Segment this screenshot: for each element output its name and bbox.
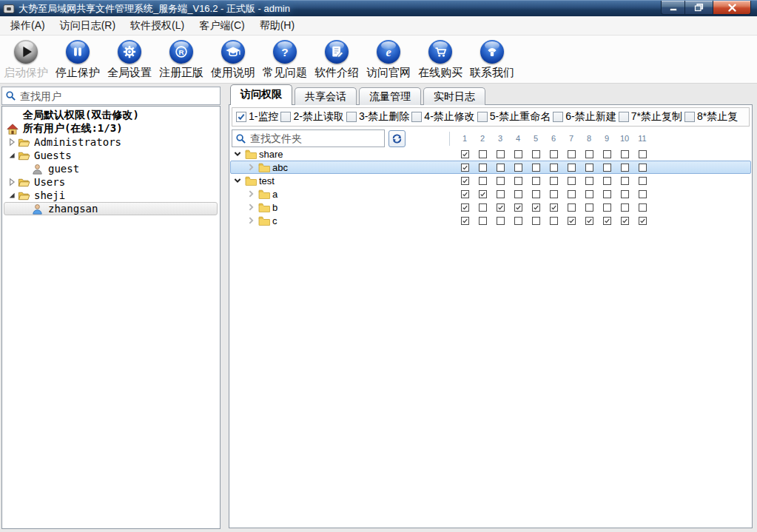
grid-checkbox[interactable] xyxy=(568,177,576,185)
grid-checkbox[interactable] xyxy=(639,177,647,185)
expander-expanded-icon[interactable] xyxy=(233,149,242,158)
user-tree[interactable]: 全局默认权限(双击修改)所有用户(在线:1/3)AdministratorsGu… xyxy=(1,106,221,529)
grid-checkbox[interactable] xyxy=(585,217,593,225)
grid-checkbox[interactable] xyxy=(479,177,487,185)
expander-collapsed-icon[interactable] xyxy=(246,189,255,198)
grid-checkbox[interactable] xyxy=(514,217,522,225)
grid-checkbox[interactable] xyxy=(514,203,522,212)
permission-option[interactable]: 8*禁止复 xyxy=(684,110,738,124)
grid-checkbox[interactable] xyxy=(621,190,629,198)
grid-checkbox[interactable] xyxy=(532,177,540,185)
grid-checkbox[interactable] xyxy=(603,177,611,185)
grid-checkbox[interactable] xyxy=(585,150,593,158)
close-button[interactable] xyxy=(713,1,751,15)
toolbar-button-gear[interactable]: 全局设置 xyxy=(104,36,155,83)
grid-checkbox[interactable] xyxy=(497,217,505,225)
grid-checkbox[interactable] xyxy=(497,150,505,158)
grid-checkbox[interactable] xyxy=(514,164,522,172)
grid-checkbox[interactable] xyxy=(621,203,629,212)
permission-checkbox[interactable] xyxy=(236,112,246,122)
grid-checkbox[interactable] xyxy=(479,203,487,212)
grid-checkbox[interactable] xyxy=(585,177,593,185)
grid-checkbox[interactable] xyxy=(603,190,611,198)
tree-item-group[interactable]: Administrators xyxy=(2,135,220,149)
toolbar-button-question[interactable]: ?常见问题 xyxy=(259,36,311,83)
menu-item[interactable]: 访问日志(R) xyxy=(53,17,123,35)
grid-checkbox[interactable] xyxy=(550,177,558,185)
grid-checkbox[interactable] xyxy=(550,190,558,198)
grid-checkbox[interactable] xyxy=(621,217,629,225)
refresh-button[interactable] xyxy=(388,130,406,147)
grid-checkbox[interactable] xyxy=(461,203,469,212)
toolbar-button-graduation-cap[interactable]: 使用说明 xyxy=(207,36,259,83)
tab-inactive[interactable]: 流量管理 xyxy=(359,87,421,105)
tree-item-user[interactable]: zhangsan xyxy=(2,202,220,215)
permission-checkbox[interactable] xyxy=(553,112,563,122)
minimize-button[interactable] xyxy=(661,1,685,15)
toolbar-button-cart[interactable]: 在线购买 xyxy=(414,36,466,83)
menu-item[interactable]: 操作(A) xyxy=(3,17,53,35)
grid-checkbox[interactable] xyxy=(603,217,611,225)
permission-checkbox[interactable] xyxy=(684,112,695,122)
permission-checkbox[interactable] xyxy=(411,112,422,122)
grid-checkbox[interactable] xyxy=(532,190,540,198)
permission-option[interactable]: 3-禁止删除 xyxy=(346,110,409,124)
grid-checkbox[interactable] xyxy=(479,164,487,172)
permission-option[interactable]: 4-禁止修改 xyxy=(411,110,474,124)
folder-row[interactable]: a xyxy=(229,187,752,201)
folder-search-input[interactable] xyxy=(246,130,384,147)
toolbar-button-registered[interactable]: R注册正版 xyxy=(155,36,207,83)
permission-option[interactable]: 2-禁止读取 xyxy=(280,110,343,124)
grid-checkbox[interactable] xyxy=(461,164,469,172)
toolbar-button-globe-e[interactable]: e访问官网 xyxy=(363,36,414,83)
permission-option[interactable]: 7*禁止复制 xyxy=(619,110,682,124)
grid-checkbox[interactable] xyxy=(550,150,558,158)
tree-item-group[interactable]: Guests xyxy=(2,149,220,162)
grid-checkbox[interactable] xyxy=(479,217,487,225)
expander-expanded-icon[interactable] xyxy=(7,151,16,160)
tree-item-group[interactable]: 所有用户(在线:1/3) xyxy=(2,122,220,135)
grid-checkbox[interactable] xyxy=(568,203,576,212)
grid-checkbox[interactable] xyxy=(497,164,505,172)
grid-checkbox[interactable] xyxy=(532,164,540,172)
folder-tree[interactable]: shareabctestabc xyxy=(229,147,752,528)
grid-checkbox[interactable] xyxy=(603,164,611,172)
grid-checkbox[interactable] xyxy=(550,164,558,172)
permission-checkbox[interactable] xyxy=(280,112,291,122)
grid-checkbox[interactable] xyxy=(585,190,593,198)
menu-item[interactable]: 软件授权(L) xyxy=(123,17,192,35)
permission-option[interactable]: 1-监控 xyxy=(236,110,278,124)
tab-inactive[interactable]: 共享会话 xyxy=(295,87,357,105)
expander-expanded-icon[interactable] xyxy=(7,191,16,200)
menu-item[interactable]: 客户端(C) xyxy=(192,17,252,35)
grid-checkbox[interactable] xyxy=(639,190,647,198)
user-search-input[interactable] xyxy=(16,87,220,104)
permission-option[interactable]: 5-禁止重命名 xyxy=(477,110,551,124)
toolbar-button-pause[interactable]: 停止保护 xyxy=(52,36,104,83)
grid-checkbox[interactable] xyxy=(639,164,647,172)
tab-active[interactable]: 访问权限 xyxy=(230,84,292,105)
expander-collapsed-icon[interactable] xyxy=(246,163,255,172)
grid-checkbox[interactable] xyxy=(568,150,576,158)
grid-checkbox[interactable] xyxy=(461,217,469,225)
grid-checkbox[interactable] xyxy=(461,177,469,185)
grid-checkbox[interactable] xyxy=(532,203,540,212)
menu-item[interactable]: 帮助(H) xyxy=(252,17,302,35)
folder-row[interactable]: abc xyxy=(229,161,752,174)
folder-row[interactable]: share xyxy=(229,147,752,161)
grid-checkbox[interactable] xyxy=(585,203,593,212)
grid-checkbox[interactable] xyxy=(603,203,611,212)
tree-item-group[interactable]: Users xyxy=(2,175,220,189)
expander-collapsed-icon[interactable] xyxy=(7,138,16,147)
grid-checkbox[interactable] xyxy=(532,217,540,225)
permission-checkbox[interactable] xyxy=(619,112,629,122)
expander-collapsed-icon[interactable] xyxy=(7,178,16,186)
grid-checkbox[interactable] xyxy=(479,150,487,158)
restore-button[interactable] xyxy=(685,1,713,15)
expander-expanded-icon[interactable] xyxy=(233,176,242,185)
permission-checkbox[interactable] xyxy=(477,112,488,122)
grid-checkbox[interactable] xyxy=(497,177,505,185)
grid-checkbox[interactable] xyxy=(479,190,487,198)
expander-collapsed-icon[interactable] xyxy=(246,203,255,212)
grid-checkbox[interactable] xyxy=(568,164,576,172)
